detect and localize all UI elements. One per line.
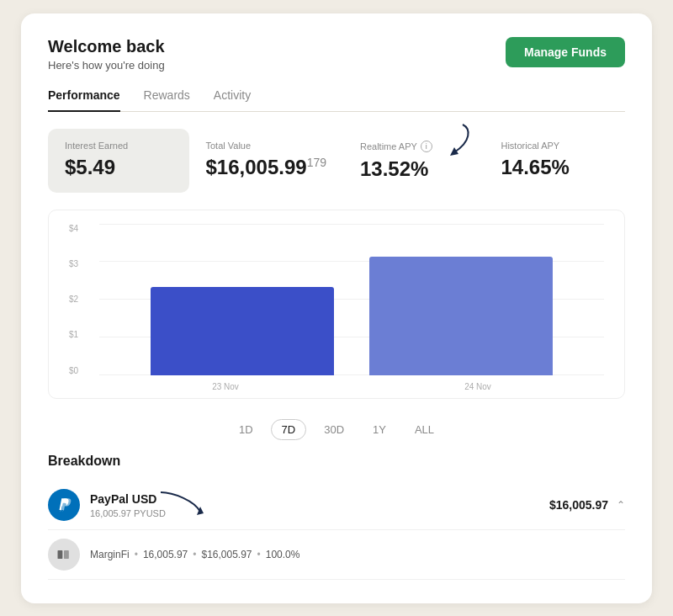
marginfi-name: MarginFi [90, 549, 130, 560]
welcome-title: Welcome back [48, 37, 165, 56]
paypal-name: PayPal USD [90, 492, 156, 506]
breakdown-row-paypal: PayPal USD 16,005.97 PYUSD $16,005.97 ⌃ [48, 481, 625, 530]
paypal-value: $16,005.97 [549, 498, 608, 512]
manage-funds-button[interactable]: Manage Funds [506, 37, 625, 67]
stat-historical-apy: Historical APY 14.65% [484, 129, 625, 193]
arrow-annotation [429, 120, 475, 158]
y-axis-labels: $0 $1 $2 $3 $4 [69, 224, 94, 375]
marginfi-detail1: 16,005.97 [143, 549, 188, 560]
dot-1: • [135, 549, 138, 560]
period-30d[interactable]: 30D [313, 419, 355, 440]
chart-inner [99, 224, 604, 375]
stat-interest-value: $5.49 [65, 156, 172, 179]
dot-3: • [257, 549, 261, 560]
y-label-0: $0 [69, 366, 94, 375]
bar-23-nov [151, 287, 334, 374]
header: Welcome back Here's how you're doing Man… [48, 37, 625, 72]
stat-historical-value: 14.65% [501, 156, 608, 179]
period-1d[interactable]: 1D [228, 419, 264, 440]
breakdown-section: Breakdown PayPal USD 1 [48, 454, 625, 580]
breakdown-title: Breakdown [48, 454, 625, 469]
period-row: 1D 7D 30D 1Y ALL [48, 412, 625, 443]
dot-2: • [193, 549, 196, 560]
y-label-1: $1 [69, 330, 94, 339]
welcome-subtitle: Here's how you're doing [48, 59, 165, 72]
x-label-23-nov: 23 Nov [99, 382, 352, 391]
tab-activity[interactable]: Activity [214, 88, 251, 112]
stat-realtime-value: 13.52% [360, 157, 468, 181]
paypal-arrow-annotation [156, 488, 207, 518]
paypal-info: PayPal USD 16,005.97 PYUSD [90, 491, 549, 518]
stat-realtime-label: Realtime APY i [360, 141, 468, 152]
breakdown-row-marginfi: MarginFi • 16,005.97 • $16,005.97 • 100.… [48, 530, 625, 580]
y-label-4: $4 [69, 224, 94, 233]
paypal-chevron-icon[interactable]: ⌃ [617, 499, 625, 511]
paypal-logo-icon [55, 496, 73, 514]
header-text: Welcome back Here's how you're doing [48, 37, 165, 72]
y-label-2: $2 [69, 295, 94, 304]
period-7d[interactable]: 7D [271, 419, 307, 440]
bar-24-nov [369, 257, 553, 374]
svg-rect-3 [64, 550, 69, 559]
main-card: Welcome back Here's how you're doing Man… [21, 13, 652, 603]
marginfi-icon [48, 539, 80, 571]
chart-area: $0 $1 $2 $3 $4 23 [48, 210, 625, 399]
stat-total-value: Total Value $16,005.99179 [189, 129, 343, 193]
svg-rect-2 [58, 550, 63, 559]
x-label-24-nov: 24 Nov [352, 382, 604, 391]
stat-interest-earned: Interest Earned $5.49 [48, 129, 189, 193]
marginfi-detail3: 100.0% [266, 549, 300, 560]
stat-interest-label: Interest Earned [65, 141, 172, 151]
stats-row: Interest Earned $5.49 Total Value $16,00… [48, 129, 625, 193]
stat-total-value-amount: $16,005.99179 [206, 156, 326, 179]
period-all[interactable]: ALL [404, 419, 445, 440]
marginfi-detail2: $16,005.97 [201, 549, 252, 560]
tab-performance[interactable]: Performance [48, 88, 120, 112]
y-label-3: $3 [69, 259, 94, 268]
bars-container [99, 224, 604, 375]
marginfi-details: MarginFi • 16,005.97 • $16,005.97 • 100.… [90, 549, 625, 560]
tab-rewards[interactable]: Rewards [144, 88, 190, 112]
tab-bar: Performance Rewards Activity [48, 88, 625, 112]
marginfi-logo-icon [56, 546, 72, 563]
stat-historical-label: Historical APY [501, 141, 608, 151]
period-1y[interactable]: 1Y [362, 419, 397, 440]
stat-realtime-apy: Realtime APY i 13.52% [343, 129, 485, 193]
x-axis-labels: 23 Nov 24 Nov [69, 382, 604, 391]
paypal-icon [48, 489, 80, 521]
svg-marker-0 [450, 147, 458, 156]
stat-total-label: Total Value [206, 141, 326, 151]
chart-grid: $0 $1 $2 $3 $4 [69, 224, 604, 375]
